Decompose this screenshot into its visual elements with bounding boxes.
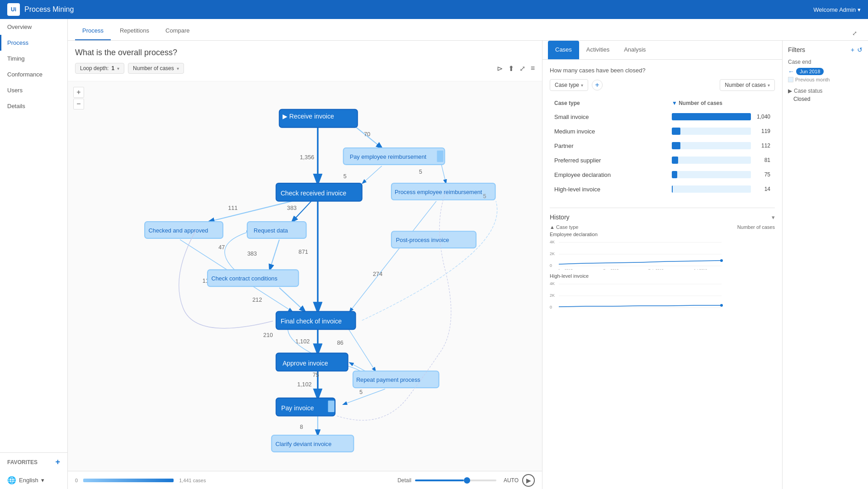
- tab-activities[interactable]: Activities: [579, 41, 617, 59]
- add-filter-button[interactable]: +: [592, 80, 603, 90]
- svg-line-14: [270, 240, 279, 270]
- detail-slider-track[interactable]: [415, 480, 496, 481]
- number-of-cases-filter[interactable]: Number of cases ▾: [128, 63, 184, 74]
- date-navigation: ← Jun 2018: [788, 68, 863, 75]
- svg-text:Sep 2017: Sep 2017: [603, 268, 619, 270]
- svg-text:212: 212: [252, 296, 262, 303]
- tab-cases[interactable]: Cases: [548, 41, 579, 59]
- svg-text:Apr 2017: Apr 2017: [558, 268, 573, 270]
- case-end-filter-section: Case end ← Jun 2018 Previous month: [788, 59, 863, 82]
- stats-tabs: Cases Activities Analysis: [542, 41, 782, 60]
- table-row: Medium invoice 119: [551, 124, 774, 138]
- tab-analysis[interactable]: Analysis: [617, 41, 653, 59]
- process-area: What is the overall process? Loop depth:…: [68, 41, 868, 489]
- sidebar-item-users[interactable]: Users: [0, 82, 67, 98]
- sidebar-item-overview[interactable]: Overview: [0, 19, 67, 35]
- case-status-header[interactable]: ▶ Case status: [788, 88, 863, 94]
- case-type-cell: Preferred supplier: [551, 153, 667, 167]
- table-row: Small invoice 1,040: [551, 110, 774, 123]
- bottom-bar: 0 1,441 cases Detail AUTO ▶: [68, 471, 542, 489]
- svg-text:383: 383: [287, 204, 297, 211]
- fullscreen-icon[interactable]: ⤢: [519, 64, 525, 73]
- svg-text:0: 0: [550, 305, 552, 309]
- range-start: 0: [75, 478, 78, 483]
- sidebar-item-details[interactable]: Details: [0, 98, 67, 114]
- svg-text:Checked and approved: Checked and approved: [149, 227, 208, 234]
- tab-process[interactable]: Process: [75, 22, 111, 40]
- svg-text:Pay invoice: Pay invoice: [281, 404, 314, 412]
- stats-table: Case type ▼ Number of cases Small invoic…: [550, 96, 775, 197]
- topbar: Ui Process Mining Welcome Admin ▾: [0, 0, 868, 19]
- sidebar-item-process[interactable]: Process: [0, 35, 67, 51]
- sidebar-item-timing[interactable]: Timing: [0, 51, 67, 66]
- employee-chart: 4K 2K 0: [550, 238, 775, 270]
- content-area: Process Repetitions Compare ⤢ What is th…: [68, 19, 868, 489]
- language-selector[interactable]: 🌐 English ▾: [0, 471, 67, 489]
- filter-row: Case type ▾ + Number of cases ▾: [550, 79, 775, 91]
- svg-text:Check contract conditions: Check contract conditions: [212, 275, 278, 282]
- number-cases-cell: 119: [668, 124, 774, 138]
- filter-dropdown-icon: ▾: [177, 66, 179, 71]
- history-col-headers: ▲ Case type Number of cases: [550, 224, 775, 230]
- svg-text:Clarify deviant invoice: Clarify deviant invoice: [275, 441, 331, 447]
- sidebar: Overview Process Timing Conformance User…: [0, 19, 68, 489]
- number-cases-cell: 14: [668, 182, 774, 196]
- app-logo: Ui: [7, 3, 20, 16]
- number-cases-filter-button[interactable]: Number of cases ▾: [720, 79, 775, 91]
- svg-line-32: [344, 389, 385, 404]
- process-diagram-svg: 70 1,356 5 5 111: [68, 81, 542, 471]
- right-stats-panel: Cases Activities Analysis How many cases…: [542, 41, 782, 489]
- filters-header: Filters + ↺: [788, 46, 863, 53]
- detail-slider-thumb[interactable]: [464, 477, 470, 484]
- favorites-section: FAVORITES +: [0, 452, 67, 471]
- main-layout: Overview Process Timing Conformance User…: [0, 19, 868, 489]
- add-favorite-button[interactable]: +: [55, 457, 60, 467]
- svg-rect-62: [328, 401, 335, 413]
- svg-text:383: 383: [247, 250, 257, 257]
- svg-text:4K: 4K: [550, 281, 555, 286]
- refresh-filter-icon[interactable]: ↺: [857, 46, 863, 53]
- svg-text:274: 274: [373, 271, 382, 278]
- diagram-area: + − 70: [68, 81, 542, 471]
- left-panel: What is the overall process? Loop depth:…: [68, 41, 542, 489]
- filters-panel: Filters + ↺ Case end ← Jun 2018: [782, 41, 868, 489]
- add-filter-icon[interactable]: +: [851, 46, 854, 53]
- list-icon[interactable]: ≡: [531, 64, 535, 73]
- case-status-filter-section: ▶ Case status Closed: [788, 88, 863, 102]
- expand-icon[interactable]: ⤢: [849, 26, 861, 40]
- svg-line-8: [209, 201, 292, 222]
- svg-text:5: 5: [419, 168, 422, 175]
- svg-text:Approve invoice: Approve invoice: [283, 360, 328, 367]
- left-header: What is the overall process? Loop depth:…: [68, 41, 542, 81]
- current-date-badge: Jun 2018: [796, 68, 824, 75]
- play-button[interactable]: ▶: [522, 474, 535, 487]
- svg-text:871: 871: [298, 248, 308, 255]
- table-row: Preferred supplier 81: [551, 153, 774, 167]
- send-icon[interactable]: ⊳: [497, 64, 503, 73]
- sidebar-item-conformance[interactable]: Conformance: [0, 66, 67, 82]
- svg-line-19: [350, 201, 436, 312]
- history-header: History ▾: [550, 214, 775, 221]
- svg-text:Repeat payment process: Repeat payment process: [356, 376, 420, 383]
- prev-month-checkbox[interactable]: [788, 77, 793, 82]
- detail-slider: Detail AUTO ▶: [397, 474, 535, 487]
- history-expand-icon[interactable]: ▾: [772, 214, 775, 221]
- svg-point-72: [720, 259, 723, 262]
- process-title: What is the overall process?: [75, 48, 535, 57]
- export-icon[interactable]: ⬆: [508, 64, 514, 73]
- tab-repetitions[interactable]: Repetitions: [113, 22, 156, 40]
- case-type-filter-button[interactable]: Case type ▾: [550, 79, 588, 91]
- case-end-section-title: Case end: [788, 59, 863, 65]
- toolbar-icons: ⊳ ⬆ ⤢ ≡: [497, 64, 535, 73]
- prev-date-button[interactable]: ←: [788, 68, 794, 75]
- loop-depth-dropdown-icon: ▾: [117, 66, 119, 71]
- number-cases-cell: 112: [668, 139, 774, 152]
- high-level-chart-svg: 4K 2K 0: [550, 280, 775, 311]
- svg-line-4: [363, 166, 382, 183]
- number-cases-cell: 81: [668, 153, 774, 167]
- svg-text:5: 5: [359, 389, 363, 395]
- user-dropdown-icon[interactable]: ▾: [858, 6, 861, 13]
- tab-compare[interactable]: Compare: [158, 22, 197, 40]
- loop-depth-control[interactable]: Loop depth: 1 ▾: [75, 63, 124, 74]
- svg-text:5: 5: [483, 193, 486, 199]
